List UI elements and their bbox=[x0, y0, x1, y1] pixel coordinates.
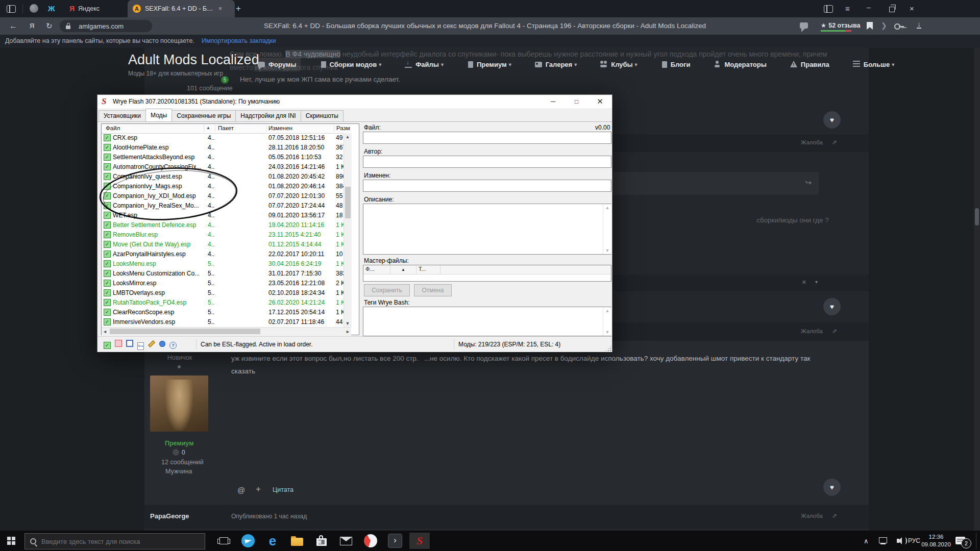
pencil-icon[interactable] bbox=[148, 341, 155, 348]
nav-item-premium[interactable]: Премиум▾ bbox=[463, 58, 516, 71]
share-icon[interactable]: ⇗ bbox=[832, 512, 837, 519]
mod-row[interactable]: ✓WET.esp4..09.01.2020 13:56:1718 K bbox=[102, 211, 351, 220]
report-link[interactable]: Жалоба bbox=[801, 139, 823, 145]
mod-row[interactable]: ✓ClearReconScope.esp5..17.12.2015 20:54:… bbox=[102, 308, 351, 317]
nav-item-moderators[interactable]: Модераторы bbox=[709, 58, 770, 71]
tab-panel-icon[interactable] bbox=[824, 5, 833, 13]
textarea-scroll-gutter[interactable]: ▲▼ bbox=[603, 307, 611, 336]
quote-button[interactable]: Цитата bbox=[273, 486, 293, 493]
taskbar-app-dark-arrow-app[interactable]: › bbox=[385, 533, 405, 549]
mod-row[interactable]: ✓SettlementAttacksBeyond.esp4..05.05.201… bbox=[102, 153, 351, 162]
mod-row[interactable]: ✓AlootHomePlate.esp4..28.11.2016 18:20:5… bbox=[102, 143, 351, 153]
mod-row[interactable]: ✓CompanionIvy_quest.esp4..01.08.2020 20:… bbox=[102, 172, 351, 182]
checkbox-checked-icon[interactable]: ✓ bbox=[104, 212, 111, 219]
masters-column-tag[interactable]: Т... bbox=[416, 265, 440, 274]
page-scrollbar[interactable] bbox=[974, 48, 980, 531]
checkbox-checked-icon[interactable]: ✓ bbox=[104, 183, 111, 190]
caret-down-icon[interactable]: ▾ bbox=[815, 279, 818, 285]
masters-sort-icon[interactable]: ▲ bbox=[390, 265, 416, 274]
checkbox-checked-icon[interactable]: ✓ bbox=[104, 270, 111, 277]
bookmark-icon[interactable] bbox=[867, 22, 873, 30]
site-title[interactable]: Adult Mods Localized bbox=[128, 52, 259, 68]
wrye-title-bar[interactable]: S Wrye Flash 307.202001081351 (Standalon… bbox=[97, 95, 612, 108]
volume-icon[interactable] bbox=[897, 539, 899, 543]
like-button[interactable]: ♥ bbox=[823, 479, 841, 496]
checkbox-checked-icon[interactable]: ✓ bbox=[104, 144, 111, 151]
checkbox-checked-icon[interactable]: ✓ bbox=[104, 173, 111, 180]
checkbox-checked-icon[interactable]: ✓ bbox=[104, 260, 111, 267]
wrye-minimize-button[interactable]: ─ bbox=[542, 95, 565, 108]
plus-quote-button[interactable]: + bbox=[256, 484, 261, 494]
modified-input[interactable] bbox=[363, 180, 611, 192]
nav-item-clubs[interactable]: Клубы▾ bbox=[596, 58, 641, 71]
mod-row[interactable]: ✓Better Settlement Defence.esp4..19.04.2… bbox=[102, 220, 351, 230]
wrye-maximize-button[interactable]: □ bbox=[565, 95, 588, 108]
author-input[interactable] bbox=[363, 156, 611, 168]
file-input[interactable] bbox=[363, 132, 611, 144]
checkbox-checked-icon[interactable]: ✓ bbox=[104, 299, 111, 306]
tags-textarea[interactable] bbox=[363, 307, 611, 336]
language-indicator[interactable]: РУС bbox=[908, 537, 920, 544]
cancel-button[interactable]: Отмена bbox=[414, 284, 452, 296]
key-icon[interactable] bbox=[894, 23, 900, 30]
checkbox-checked-icon[interactable]: ✓ bbox=[104, 318, 111, 325]
mod-list-vscrollbar[interactable]: ▲ ▼ bbox=[344, 133, 352, 327]
taskbar-app-yandex-browser[interactable] bbox=[360, 533, 381, 549]
report-link[interactable]: Жалоба bbox=[801, 328, 823, 334]
like-button[interactable]: ♥ bbox=[823, 298, 841, 315]
active-tab[interactable]: A SEXFall: 6.4 + DD - Боль × bbox=[128, 0, 235, 17]
tray-chevron-icon[interactable]: ∧ bbox=[864, 537, 869, 545]
clock[interactable]: 12:36 09.08.2020 bbox=[920, 533, 952, 548]
checkbox-checked-icon[interactable]: ✓ bbox=[104, 309, 111, 316]
yandex-button-icon[interactable]: Я bbox=[30, 22, 34, 30]
help-icon[interactable]: ? bbox=[169, 341, 177, 349]
mod-row[interactable]: ✓LMBTOverlays.esp5..02.10.2018 18:24:341… bbox=[102, 288, 351, 298]
post-author[interactable]: PapaGeorge bbox=[150, 512, 189, 520]
expander-chevron-icon[interactable]: ❯ bbox=[881, 21, 887, 30]
taskbar-app-edge[interactable]: e bbox=[262, 533, 283, 549]
resize-grip[interactable] bbox=[606, 346, 611, 351]
textarea-scroll-gutter[interactable]: ▲▼ bbox=[603, 204, 611, 254]
url-bar[interactable]: amlgames.com bbox=[60, 20, 152, 32]
mod-row[interactable]: ✓LooksMenu Customization Co...5..31.01.2… bbox=[102, 269, 351, 279]
sidebar-toggle-icon[interactable] bbox=[7, 5, 16, 13]
globe-icon[interactable] bbox=[159, 341, 165, 348]
notification-icon[interactable]: 2 bbox=[955, 537, 965, 544]
checkbox-checked-icon[interactable]: ✓ bbox=[104, 154, 111, 161]
mod-row[interactable]: ✓LooksMenu.esp5..30.04.2016 6:24:191 KB bbox=[102, 259, 351, 269]
taskbar-app-microsoft-store[interactable] bbox=[311, 533, 332, 549]
pink-square-icon[interactable] bbox=[115, 340, 122, 348]
report-link[interactable]: Жалоба bbox=[801, 513, 823, 519]
avatar[interactable] bbox=[150, 375, 208, 432]
tab-close-icon[interactable]: × bbox=[218, 5, 222, 12]
mod-row[interactable]: ✓ImmersiveVendors.esp5..02.07.2017 11:18… bbox=[102, 317, 351, 327]
checkbox-checked-icon[interactable]: ✓ bbox=[104, 221, 111, 229]
nav-item-forums[interactable]: Форумы bbox=[254, 58, 301, 71]
checkbox-checked-icon[interactable]: ✓ bbox=[104, 192, 111, 199]
page-scrollbar-thumb[interactable] bbox=[975, 208, 979, 226]
wrye-tab-0[interactable]: Установщики bbox=[99, 110, 146, 121]
nav-item-gallery[interactable]: Галерея▾ bbox=[531, 58, 581, 71]
new-tab-button[interactable]: + bbox=[236, 4, 241, 14]
checkbox-checked-icon[interactable]: ✓ bbox=[104, 231, 111, 238]
mod-row[interactable]: ✓Companion_Ivy_XDI_Mod.esp4..07.07.2020 … bbox=[102, 191, 351, 201]
checkbox-checked-icon[interactable]: ✓ bbox=[104, 241, 111, 248]
wrye-tab-3[interactable]: Надстройки для INI bbox=[235, 110, 301, 121]
mod-row[interactable]: ✓Companion_Ivy_RealSex_Mo...4..07.07.202… bbox=[102, 201, 351, 211]
save-button[interactable]: Сохранить bbox=[364, 284, 410, 296]
mod-row[interactable]: ✓LooksMirror.esp5..23.05.2016 12:21:082 … bbox=[102, 279, 351, 288]
share-icon[interactable]: ⇗ bbox=[832, 328, 837, 335]
mention-button[interactable]: @ bbox=[237, 486, 245, 494]
description-textarea[interactable] bbox=[363, 204, 611, 255]
nav-item-rules[interactable]: Правила bbox=[786, 58, 834, 71]
like-button[interactable]: ♥ bbox=[823, 111, 841, 129]
window-restore-icon[interactable] bbox=[889, 7, 895, 12]
reply-arrow-icon[interactable]: ↪ bbox=[805, 178, 812, 187]
esp-checkbox-icon[interactable]: ✓ bbox=[104, 341, 111, 349]
vscroll-thumb[interactable] bbox=[345, 187, 351, 218]
reviews-badge[interactable]: ★ 52 отзыва bbox=[821, 20, 860, 30]
bsa-doc-icon[interactable]: Bsa bbox=[137, 341, 144, 350]
menu-hamburger-icon[interactable]: ≡ bbox=[845, 4, 850, 13]
mod-row[interactable]: ✓RutahTattooPack_FO4.esp5..26.02.2020 14… bbox=[102, 298, 351, 308]
nav-item-files[interactable]: Файлы▾ bbox=[401, 58, 448, 71]
